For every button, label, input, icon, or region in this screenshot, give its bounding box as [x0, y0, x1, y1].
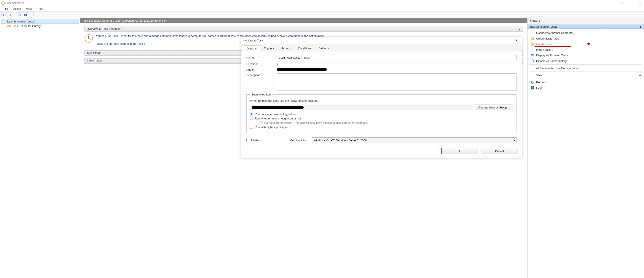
blank-icon: [530, 73, 534, 77]
cancel-button[interactable]: Cancel: [481, 148, 518, 154]
run-logged-on-radio[interactable]: [250, 113, 253, 116]
active-tasks-title: Active Tasks: [87, 59, 102, 63]
clock-large-icon: [84, 34, 93, 43]
expand-icon[interactable]: ›: [4, 24, 7, 28]
blank-icon: [530, 66, 534, 70]
menu-action[interactable]: Action: [11, 7, 23, 11]
app-title: Task Scheduler: [6, 1, 620, 4]
navigation-tree: Task Scheduler (Local) › Task Scheduler …: [0, 18, 80, 278]
annotation-pointer: ☚: [586, 42, 590, 46]
run-logged-on-label: Run only when user is logged on: [255, 113, 296, 116]
name-label: Name:: [246, 56, 274, 59]
menu-bar: File Action View Help: [0, 6, 644, 12]
menu-file[interactable]: File: [1, 7, 10, 11]
svg-rect-20: [531, 56, 534, 56]
clock-icon: [243, 39, 247, 42]
tab-triggers[interactable]: Triggers: [260, 45, 278, 51]
actions-pane: Actions Task Scheduler (Local) ▲ Connect…: [527, 18, 644, 278]
dialog-tabs: General Triggers Actions Conditions Sett…: [241, 44, 522, 51]
forward-button[interactable]: [8, 12, 13, 17]
run-whether-label: Run whether user is logged on or not: [255, 117, 301, 120]
help-toolbar-button[interactable]: ?: [23, 12, 28, 17]
action-connect[interactable]: Connect to Another Computer...: [528, 30, 644, 36]
svg-text:?: ?: [25, 14, 26, 16]
menu-help[interactable]: Help: [35, 7, 46, 11]
user-account-field: [250, 105, 473, 110]
highest-privileges-label: Run with highest privileges: [255, 125, 288, 129]
action-create-task[interactable]: Create Task... ☚: [528, 41, 644, 47]
action-help[interactable]: ? Help: [528, 85, 644, 91]
toolbar-icon-2[interactable]: [30, 12, 35, 17]
no-store-password-label: Do not store password. The task will onl…: [264, 121, 368, 124]
actions-section-title: Task Scheduler (Local) ▲: [528, 24, 644, 29]
create-task-dialog: Create Task ✕ General Triggers Actions C…: [241, 37, 522, 158]
title-bar: Task Scheduler — ❐ ✕: [0, 0, 644, 6]
toolbar-icon-1[interactable]: [17, 12, 22, 17]
svg-rect-6: [31, 14, 34, 16]
action-import-task[interactable]: Import Task...: [528, 47, 644, 52]
folder-icon: [7, 24, 11, 28]
help-icon: ?: [530, 86, 534, 90]
clock-icon: [2, 20, 6, 23]
dialog-title: Create Task: [248, 39, 513, 42]
blank-icon: [530, 31, 534, 34]
no-store-password-check: [260, 121, 262, 124]
tree-root-label: Task Scheduler (Local): [7, 20, 35, 23]
collapse-icon[interactable]: ▲: [519, 28, 520, 30]
overview-title: Overview of Task Scheduler: [87, 27, 122, 30]
tree-root[interactable]: Task Scheduler (Local): [1, 19, 79, 24]
change-user-button[interactable]: Change User or Group...: [475, 105, 513, 110]
svg-point-21: [531, 60, 534, 62]
submenu-arrow-icon: ▸: [640, 74, 641, 77]
svg-rect-16: [531, 37, 534, 40]
menu-view[interactable]: View: [24, 7, 34, 11]
svg-rect-18: [531, 54, 534, 55]
description-input[interactable]: [277, 73, 516, 91]
overview-group[interactable]: Overview of Task Scheduler ▲: [84, 26, 523, 31]
tab-settings[interactable]: Settings: [315, 45, 332, 51]
action-disable-history[interactable]: Disable All Tasks History: [528, 58, 644, 64]
tab-actions[interactable]: Actions: [278, 45, 294, 51]
action-create-basic-task[interactable]: Create Basic Task...: [528, 36, 644, 41]
dialog-close-button[interactable]: ✕: [513, 38, 520, 42]
close-window-button[interactable]: ✕: [638, 1, 641, 5]
svg-rect-17: [531, 43, 534, 45]
when-running-label: When running the task, use the following…: [250, 99, 513, 102]
overview-paragraph-2a: Tasks are stored in folders in the Task …: [96, 42, 146, 45]
minimize-button[interactable]: —: [620, 1, 624, 5]
highest-privileges-check[interactable]: [250, 126, 253, 129]
task-status-title: Task Status: [87, 51, 101, 55]
hidden-check[interactable]: [246, 139, 250, 142]
svg-text:?: ?: [532, 87, 533, 89]
location-value: \: [277, 62, 278, 66]
svg-rect-19: [531, 55, 534, 55]
svg-rect-3: [18, 14, 20, 16]
wizard-icon: [530, 37, 534, 40]
list-icon: [530, 53, 534, 57]
run-whether-radio[interactable]: [250, 117, 253, 120]
tree-library[interactable]: › Task Scheduler Library: [1, 24, 79, 28]
tree-library-label: Task Scheduler Library: [12, 24, 41, 28]
tab-general[interactable]: General: [243, 45, 260, 51]
action-display-running[interactable]: Display All Running Tasks: [528, 52, 644, 58]
maximize-button[interactable]: ❐: [630, 1, 632, 5]
security-options: Security options When running the task, …: [246, 93, 516, 133]
action-refresh[interactable]: Refresh: [528, 79, 644, 85]
toolbar: ?: [0, 12, 644, 18]
author-value-redacted: [277, 68, 327, 71]
clock-icon: [1, 1, 5, 5]
center-pane: Task Scheduler Summary (Last refreshed: …: [80, 18, 527, 278]
action-view[interactable]: View ▸: [528, 72, 644, 78]
action-at-service[interactable]: AT Service Account Configuration: [528, 65, 644, 71]
configure-for-label: Configure for:: [290, 139, 307, 142]
hidden-label: Hidden: [251, 139, 260, 142]
ok-button[interactable]: OK: [441, 148, 478, 154]
location-label: Location:: [246, 62, 274, 66]
configure-for-select[interactable]: Windows Vista™, Windows Server™ 2008: [312, 137, 516, 143]
history-icon: [530, 59, 534, 63]
security-legend: Security options: [250, 93, 273, 96]
tab-conditions[interactable]: Conditions: [294, 45, 315, 51]
collapse-icon[interactable]: ▲: [639, 25, 642, 28]
name-input[interactable]: [277, 55, 516, 60]
back-button[interactable]: [1, 12, 6, 17]
